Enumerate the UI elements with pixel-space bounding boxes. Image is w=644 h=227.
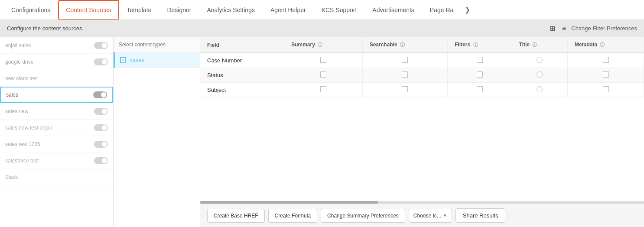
toggle-anjali-sales[interactable] (94, 42, 108, 49)
metadata-subject[interactable] (568, 83, 644, 97)
checkbox-metadata-subject[interactable] (603, 86, 609, 92)
checkbox-searchable-status[interactable] (402, 71, 408, 78)
toggle-sales[interactable] (93, 91, 107, 98)
radio-title-case-number[interactable] (537, 57, 543, 63)
radio-title-status[interactable] (537, 71, 543, 78)
field-case-number: Case Number (200, 53, 284, 68)
header-actions: ⊞ ≡ Change Filter Preferences (548, 23, 637, 33)
create-base-href-button[interactable]: Create Base HREF (207, 209, 265, 223)
sidebar-item-new-slack-test[interactable]: new slack test (0, 70, 113, 87)
metadata-case-number[interactable] (568, 53, 644, 68)
sidebar-item-label: sales new test anjali (5, 125, 52, 131)
create-formula-button[interactable]: Create Formula (268, 209, 317, 223)
scroll-thumb[interactable] (200, 201, 378, 204)
table-row: Subject (200, 83, 644, 97)
sidebar-item-slack[interactable]: Slack (0, 169, 113, 185)
checkbox-metadata-case-number[interactable] (603, 57, 609, 63)
checkbox-searchable-case-number[interactable] (402, 57, 408, 63)
metadata-info-icon: ⓘ (600, 42, 605, 47)
nav-item-page-ra[interactable]: Page Ra (422, 0, 461, 20)
nav-item-analytics-settings[interactable]: Analytics Settings (199, 0, 263, 20)
checkbox-summary-status[interactable] (320, 71, 326, 78)
content-area: anjali sales google drive new slack test… (0, 37, 644, 227)
col-header-searchable: Searchable ⓘ (362, 37, 448, 53)
sidebar-item-label: sales test 1235 (5, 141, 40, 147)
fields-table: Field Summary ⓘ Searchable ⓘ F (200, 37, 644, 97)
sidebar-item-label: sales new (5, 108, 28, 114)
summary-status[interactable] (284, 68, 362, 83)
checkbox-searchable-subject[interactable] (402, 86, 408, 92)
header-bar: Configure the content sources. ⊞ ≡ Chang… (0, 20, 644, 37)
sidebar-item-sales-new[interactable]: sales new (0, 103, 113, 120)
header-description: Configure the content sources. (7, 25, 84, 32)
toggle-sales-test-1235[interactable] (94, 141, 108, 148)
sidebar-item-sales-test-1235[interactable]: sales test 1235 (0, 136, 113, 152)
change-summary-preferences-button[interactable]: Change Summary Preferences (321, 209, 405, 223)
sidebar: anjali sales google drive new slack test… (0, 37, 114, 227)
searchable-info-icon: ⓘ (400, 42, 405, 47)
toggle-sales-new[interactable] (94, 108, 108, 115)
nav-item-configurations[interactable]: Configurations (3, 0, 58, 20)
col-header-metadata: Metadata ⓘ (568, 37, 644, 53)
nav-item-designer[interactable]: Designer (159, 0, 199, 20)
sidebar-item-label: salesforce test (5, 158, 39, 164)
metadata-status[interactable] (568, 68, 644, 83)
top-navigation: Configurations Content Sources Template … (0, 0, 644, 20)
searchable-case-number[interactable] (362, 53, 448, 68)
toggle-sales-new-test-anjali[interactable] (94, 124, 108, 131)
title-status[interactable] (512, 68, 568, 83)
sidebar-item-google-drive[interactable]: google drive (0, 54, 113, 70)
table-row: Status (200, 68, 644, 83)
sidebar-item-label: sales (6, 92, 18, 98)
nav-item-agent-helper[interactable]: Agent Helper (263, 0, 314, 20)
sidebar-item-label: new slack test (5, 75, 38, 81)
filters-subject[interactable] (448, 83, 512, 97)
searchable-subject[interactable] (362, 83, 448, 97)
nav-more-button[interactable]: ❯ (461, 0, 474, 20)
checkbox-filters-case-number[interactable] (477, 57, 483, 63)
table-panel: Field Summary ⓘ Searchable ⓘ F (200, 37, 644, 227)
funnel-icon[interactable]: ≡ (560, 24, 568, 33)
checkbox-filters-status[interactable] (477, 71, 483, 78)
table-header-row: Field Summary ⓘ Searchable ⓘ F (200, 37, 644, 53)
nav-item-kcs-support[interactable]: KCS Support (314, 0, 365, 20)
toggle-salesforce-test[interactable] (94, 157, 108, 164)
summary-info-icon: ⓘ (318, 42, 322, 47)
nav-item-advertisements[interactable]: Advertisements (364, 0, 422, 20)
sidebar-item-label: Slack (5, 174, 18, 180)
title-subject[interactable] (512, 83, 568, 97)
sidebar-item-sales-new-test-anjali[interactable]: sales new test anjali (0, 120, 113, 136)
sidebar-item-salesforce-test[interactable]: salesforce test (0, 152, 113, 169)
toggle-google-drive[interactable] (94, 58, 108, 65)
content-type-cases[interactable]: ✓ cases (114, 52, 200, 68)
radio-title-subject[interactable] (537, 86, 543, 92)
sidebar-item-sales[interactable]: sales (0, 87, 113, 103)
change-filter-preferences-button[interactable]: Change Filter Preferences (571, 25, 637, 32)
summary-subject[interactable] (284, 83, 362, 97)
nav-item-template[interactable]: Template (119, 0, 159, 20)
col-header-filters: Filters ⓘ (448, 37, 512, 53)
horizontal-scrollbar[interactable] (200, 201, 644, 204)
grid-icon[interactable]: ⊞ (548, 23, 557, 33)
searchable-status[interactable] (362, 68, 448, 83)
filters-info-icon: ⓘ (473, 42, 478, 47)
sidebar-item-anjali-sales[interactable]: anjali sales (0, 37, 113, 54)
checkbox-summary-case-number[interactable] (320, 57, 326, 63)
col-header-field: Field (200, 37, 284, 53)
title-info-icon: ⓘ (532, 42, 537, 47)
checkbox-metadata-status[interactable] (603, 71, 609, 78)
filters-case-number[interactable] (448, 53, 512, 68)
share-results-button[interactable]: Share Results (455, 208, 506, 223)
checkbox-cases[interactable]: ✓ (120, 57, 126, 63)
chevron-down-icon: ▼ (443, 213, 447, 218)
bottom-toolbar: Create Base HREF Create Formula Change S… (200, 204, 644, 227)
choose-icon-button[interactable]: Choose Ic... ▼ (409, 209, 452, 223)
title-case-number[interactable] (512, 53, 568, 68)
filters-status[interactable] (448, 68, 512, 83)
summary-case-number[interactable] (284, 53, 362, 68)
table-wrap[interactable]: Field Summary ⓘ Searchable ⓘ F (200, 37, 644, 201)
content-types-panel: Select content types ✓ cases (114, 37, 200, 227)
checkbox-summary-subject[interactable] (320, 86, 326, 92)
nav-item-content-sources[interactable]: Content Sources (58, 0, 119, 20)
checkbox-filters-subject[interactable] (477, 86, 483, 92)
